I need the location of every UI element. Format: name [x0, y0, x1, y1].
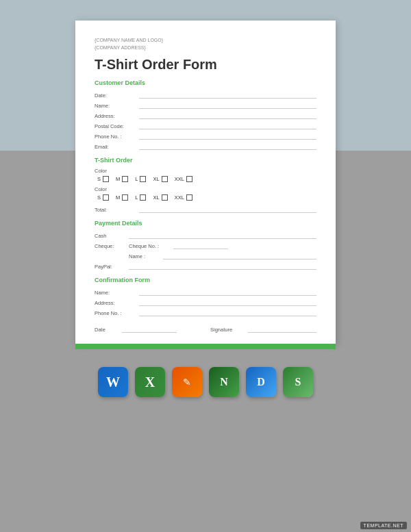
input-postal[interactable] — [139, 121, 316, 129]
size-xl-1: XL — [153, 176, 167, 182]
cheque-row: Cheque: Cheque No. : — [95, 241, 316, 249]
size-label-l-2: L — [135, 194, 138, 201]
section-payment: Payment Details — [95, 220, 316, 227]
input-phone[interactable] — [139, 131, 316, 140]
label-cash: Cash — [95, 233, 129, 239]
conf-phone: Phone No. : — [95, 308, 316, 316]
company-name-logo: {COMPANY NAME AND LOGO} — [95, 37, 316, 45]
label-phone: Phone No. : — [95, 134, 139, 140]
checkbox-xxl-1[interactable] — [186, 176, 192, 182]
field-email: Email: — [95, 142, 316, 150]
paypal-row: PayPal: — [95, 262, 316, 270]
template-badge: TEMPLATE.NET — [360, 522, 407, 529]
label-paypal: PayPal: — [95, 264, 129, 270]
checkbox-xxl-2[interactable] — [186, 194, 192, 201]
input-cheque-name[interactable] — [163, 251, 316, 259]
conf-address: Address: — [95, 298, 316, 306]
conf-label-phone: Phone No. : — [95, 310, 139, 316]
sig-date-line[interactable] — [122, 325, 177, 333]
checkbox-m-2[interactable] — [122, 194, 128, 201]
size-xl-2: XL — [153, 194, 167, 201]
section-tshirt-order: T-Shirt Order — [95, 157, 316, 164]
checkbox-s-1[interactable] — [103, 176, 109, 182]
docs-icon[interactable]: D — [246, 367, 276, 397]
size-m-1: M — [116, 176, 128, 182]
size-row-2: S M L XL XXL — [95, 194, 316, 201]
label-postal: Postal Code: — [95, 123, 139, 129]
size-m-2: M — [116, 194, 128, 201]
label-name-cheque: Name : — [129, 253, 163, 259]
size-s-1: S — [97, 176, 109, 182]
label-name: Name: — [95, 103, 139, 109]
numbers-icon[interactable]: N — [209, 367, 239, 397]
payment-cash: Cash — [95, 231, 316, 239]
size-label-s-1: S — [97, 176, 101, 182]
label-email: Email: — [95, 144, 139, 150]
input-total[interactable] — [139, 205, 316, 213]
size-label-l-1: L — [135, 176, 138, 182]
field-name: Name: — [95, 101, 316, 109]
company-info: {COMPANY NAME AND LOGO} {COMPANY ADDRESS… — [95, 37, 316, 51]
field-postal: Postal Code: — [95, 121, 316, 129]
green-bar — [75, 344, 336, 349]
label-date: Date: — [95, 92, 139, 99]
input-paypal[interactable] — [129, 262, 316, 270]
size-label-xl-2: XL — [153, 194, 159, 201]
size-label-xxl-1: XXL — [175, 176, 184, 182]
label-cheque-no: Cheque No. : — [129, 243, 173, 249]
size-label-xl-1: XL — [153, 176, 159, 182]
field-address: Address: — [95, 111, 316, 119]
form-title: T-Shirt Order Form — [95, 57, 316, 73]
size-label-s-2: S — [97, 194, 101, 201]
company-address: {COMPANY ADDRESS} — [95, 45, 316, 52]
conf-label-address: Address: — [95, 300, 139, 306]
color-label-1: Color — [95, 168, 316, 174]
name-row: Name : — [95, 251, 316, 259]
checkbox-m-1[interactable] — [122, 176, 128, 182]
label-cheque: Cheque: — [95, 243, 129, 249]
sheets-icon[interactable]: S — [283, 367, 313, 397]
section-customer-details: Customer Details — [95, 79, 316, 86]
conf-input-address[interactable] — [139, 298, 316, 306]
sig-signature-label: Signature — [210, 327, 248, 333]
size-s-2: S — [97, 194, 109, 201]
sig-date-label: Date — [95, 327, 122, 333]
sig-signature-line[interactable] — [248, 325, 316, 333]
conf-label-name: Name: — [95, 290, 139, 296]
size-xxl-2: XXL — [175, 194, 192, 201]
size-l-1: L — [135, 176, 146, 182]
size-l-2: L — [135, 194, 146, 201]
size-row-1: S M L XL XXL — [95, 176, 316, 182]
excel-icon[interactable]: X — [135, 367, 165, 397]
conf-input-phone[interactable] — [139, 308, 316, 316]
document: {COMPANY NAME AND LOGO} {COMPANY ADDRESS… — [75, 21, 336, 344]
size-label-m-1: M — [116, 176, 120, 182]
field-date: Date: — [95, 90, 316, 99]
input-email[interactable] — [139, 142, 316, 150]
input-cash[interactable] — [129, 231, 316, 239]
conf-input-name[interactable] — [139, 288, 316, 296]
checkbox-s-2[interactable] — [103, 194, 109, 201]
size-label-xxl-2: XXL — [175, 194, 184, 201]
conf-name: Name: — [95, 288, 316, 296]
total-row: Total: — [95, 205, 316, 213]
toolbar: W X ✎ N D S — [98, 360, 313, 401]
label-address: Address: — [95, 113, 139, 119]
total-label: Total: — [95, 207, 139, 213]
checkbox-xl-2[interactable] — [162, 194, 168, 201]
color-label-2: Color — [95, 186, 316, 192]
input-address[interactable] — [139, 111, 316, 119]
field-phone: Phone No. : — [95, 131, 316, 140]
signature-row: Date Signature — [95, 325, 316, 333]
checkbox-xl-1[interactable] — [162, 176, 168, 182]
pages-icon[interactable]: ✎ — [172, 367, 202, 397]
size-xxl-1: XXL — [175, 176, 192, 182]
input-date[interactable] — [139, 90, 316, 99]
word-icon[interactable]: W — [98, 367, 128, 397]
checkbox-l-1[interactable] — [140, 176, 146, 182]
size-label-m-2: M — [116, 194, 120, 201]
section-confirmation: Confirmation Form — [95, 277, 316, 283]
checkbox-l-2[interactable] — [140, 194, 146, 201]
input-name[interactable] — [139, 101, 316, 109]
input-cheque-no[interactable] — [173, 241, 228, 249]
